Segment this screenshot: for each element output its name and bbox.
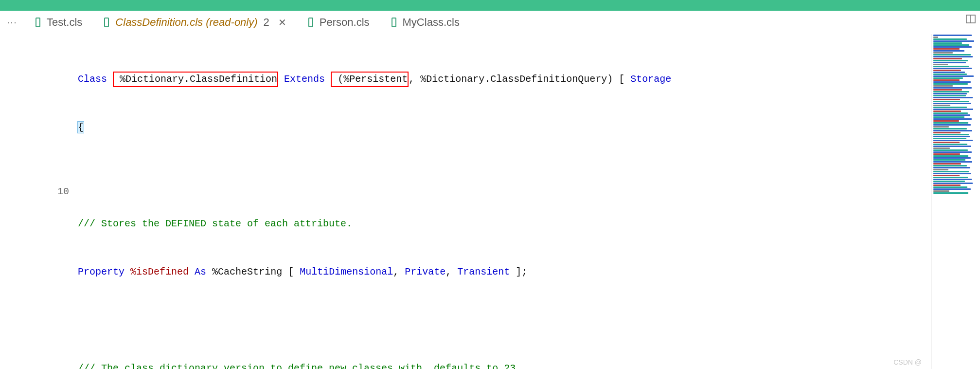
gutter: 10 bbox=[0, 34, 78, 369]
file-icon bbox=[35, 18, 42, 27]
code-line: /// Stores the DEFINED state of each att… bbox=[78, 216, 931, 232]
code-line: /// The class dictionary version to defi… bbox=[78, 360, 931, 369]
svg-rect-3 bbox=[392, 18, 396, 27]
tab-label: MyClass.cls bbox=[403, 16, 460, 29]
minimap[interactable] bbox=[931, 34, 980, 369]
tab-strip: ··· Test.cls ClassDefinition.cls (read-o… bbox=[0, 11, 980, 34]
close-icon[interactable]: ✕ bbox=[278, 17, 286, 28]
tab-overflow-icon[interactable]: ··· bbox=[0, 18, 24, 28]
code-content[interactable]: Class %Dictionary.ClassDefinition Extend… bbox=[78, 34, 931, 369]
code-line bbox=[78, 312, 931, 328]
code-line: Property %isDefined As %CacheString [ Mu… bbox=[78, 264, 931, 280]
line-number: 10 bbox=[0, 184, 69, 200]
tab-test-cls[interactable]: Test.cls bbox=[24, 11, 93, 34]
editor-area: 10 Class %Dictionary.ClassDefinition Ext… bbox=[0, 34, 980, 369]
svg-rect-1 bbox=[105, 18, 108, 27]
file-icon bbox=[104, 18, 110, 27]
file-icon bbox=[391, 18, 398, 27]
split-editor-icon[interactable] bbox=[965, 14, 976, 24]
window-accent-bar bbox=[0, 0, 980, 11]
tab-classdefinition-cls[interactable]: ClassDefinition.cls (read-only) 2 ✕ bbox=[93, 11, 297, 34]
tab-label: Test.cls bbox=[47, 16, 82, 29]
svg-rect-2 bbox=[309, 18, 313, 27]
code-line bbox=[78, 167, 931, 184]
file-icon bbox=[308, 18, 315, 27]
code-line: Class %Dictionary.ClassDefinition Extend… bbox=[78, 71, 931, 87]
watermark: CSDN @ bbox=[893, 358, 922, 366]
tab-label: ClassDefinition.cls (read-only) bbox=[115, 16, 257, 29]
tab-person-cls[interactable]: Person.cls bbox=[297, 11, 380, 34]
tab-myclass-cls[interactable]: MyClass.cls bbox=[380, 11, 470, 34]
code-line: { bbox=[78, 119, 931, 135]
tab-badge: 2 bbox=[264, 16, 269, 29]
tab-label: Person.cls bbox=[320, 16, 370, 29]
svg-rect-0 bbox=[36, 18, 40, 27]
